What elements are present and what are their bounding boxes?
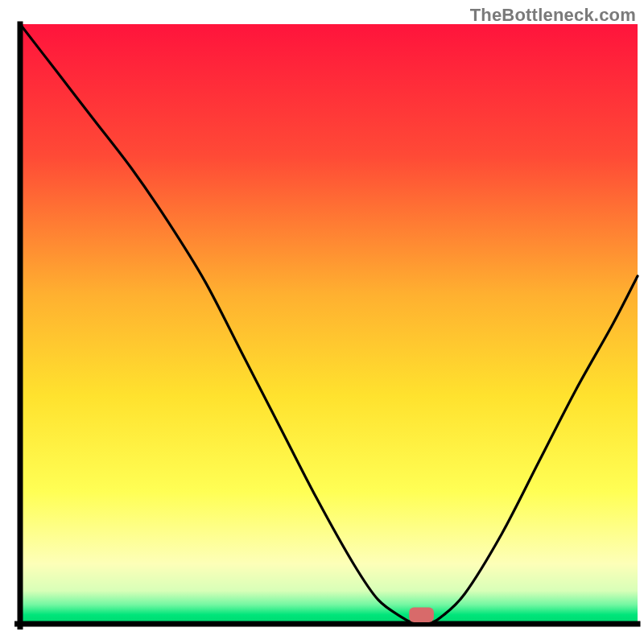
chart-svg xyxy=(0,0,644,644)
minimum-notch-marker xyxy=(409,607,434,622)
watermark-text: TheBottleneck.com xyxy=(470,5,636,26)
bottleneck-chart: TheBottleneck.com xyxy=(0,0,644,644)
plot-background xyxy=(20,24,638,624)
